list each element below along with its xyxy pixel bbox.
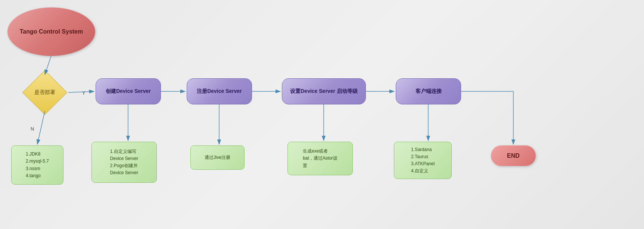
diagram-container: Tango Control System 是否部署 Y N 创建Device S… bbox=[0, 0, 644, 229]
tango-label: Tango Control System bbox=[20, 28, 83, 35]
install-info-box: 1.JDK8 2.mysql-5.7 3.nssm 4.tango bbox=[11, 145, 63, 185]
client-connect-label: 客户端连接 bbox=[416, 88, 442, 95]
create-ds-box: 创建Device Server bbox=[96, 78, 161, 104]
diamond-shape: 是否部署 bbox=[22, 74, 67, 111]
set-level-box: 设置Device Server 启动等级 bbox=[282, 78, 366, 104]
arrow-diamond-n bbox=[37, 111, 45, 144]
arrows-svg bbox=[0, 0, 644, 229]
end-ellipse: END bbox=[491, 145, 536, 166]
register-info-label: 通过Jive注册 bbox=[205, 154, 230, 161]
install-info-label: 1.JDK8 2.mysql-5.7 3.nssm 4.tango bbox=[26, 151, 49, 179]
create-ds-label: 创建Device Server bbox=[106, 88, 151, 95]
client-info-label: 1.Sardana 2.Taurus 3.ATKPanel 4.自定义 bbox=[411, 146, 435, 175]
create-ds-info-label: 1.自定义编写 Device Server 2.Pogo创建并 Device S… bbox=[110, 148, 138, 177]
end-label: END bbox=[507, 153, 520, 159]
register-info-box: 通过Jive注册 bbox=[190, 145, 245, 170]
level-info-label: 生成exe或者 bat，通过Astor设 置 bbox=[303, 148, 337, 169]
set-level-label: 设置Device Server 启动等级 bbox=[290, 88, 358, 95]
tango-ellipse: Tango Control System bbox=[7, 7, 95, 56]
register-ds-label: 注册Device Server bbox=[197, 88, 242, 95]
arrow-diamond-y bbox=[68, 91, 94, 92]
arrow-client-to-end bbox=[461, 91, 513, 144]
level-info-box: 生成exe或者 bat，通过Astor设 置 bbox=[287, 142, 353, 175]
client-info-box: 1.Sardana 2.Taurus 3.ATKPanel 4.自定义 bbox=[394, 142, 452, 179]
create-ds-info-box: 1.自定义编写 Device Server 2.Pogo创建并 Device S… bbox=[91, 142, 157, 183]
n-label: N bbox=[31, 126, 34, 132]
y-label: Y bbox=[82, 90, 85, 96]
client-connect-box: 客户端连接 bbox=[396, 78, 461, 104]
diamond-label: 是否部署 bbox=[34, 89, 55, 96]
register-ds-box: 注册Device Server bbox=[187, 78, 252, 104]
